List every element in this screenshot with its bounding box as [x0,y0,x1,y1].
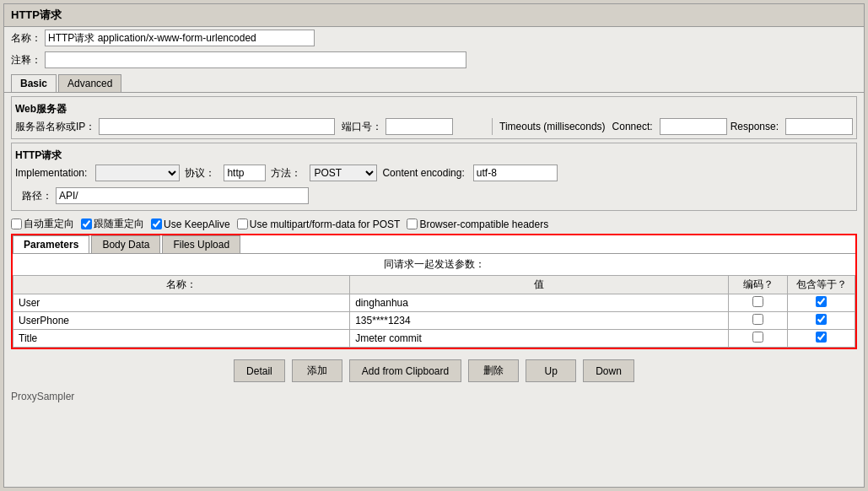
params-tabs-bar: Parameters Body Data Files Upload [13,235,855,254]
bottom-buttons: Detail 添加 Add from Clipboard 删除 Up Down [4,353,864,389]
encode-checkbox[interactable] [752,296,763,307]
table-row: Userdinghanhua [13,294,855,312]
response-label: Response: [731,121,779,132]
web-server-section: Web服务器 服务器名称或IP： 端口号： Timeouts (millisec… [11,96,857,139]
multipart-checkbox[interactable] [237,219,248,229]
path-input[interactable] [56,187,309,204]
param-include[interactable] [788,294,855,312]
param-name: User [13,294,350,312]
web-server-row: 服务器名称或IP： 端口号： Timeouts (milliseconds) C… [15,118,853,135]
param-value: dinghanhua [350,294,729,312]
param-encode[interactable] [729,312,788,330]
name-row: 名称： [4,27,864,49]
include-checkbox[interactable] [816,296,827,307]
tabs-bar: Basic Advanced [4,71,864,93]
delete-button[interactable]: 删除 [468,359,519,382]
tab-files-upload[interactable]: Files Upload [162,235,240,253]
encode-checkbox[interactable] [752,332,763,343]
keep-alive-item: Use KeepAlive [151,219,230,230]
encoding-label: Content encoding: [382,167,464,179]
follow-redirect-checkbox[interactable] [81,219,92,229]
comment-input[interactable] [45,51,466,68]
col-name-header: 名称： [13,276,350,294]
follow-redirect-label: 跟随重定向 [94,217,144,231]
param-name: UserPhone [13,312,350,330]
browser-headers-label: Browser-compatible headers [419,219,548,230]
table-row: UserPhone135****1234 [13,312,855,330]
comment-row: 注释： [4,49,864,71]
web-server-title: Web服务器 [15,100,853,118]
include-checkbox[interactable] [816,332,827,343]
browser-headers-item: Browser-compatible headers [407,219,548,230]
name-input[interactable] [45,30,315,46]
encoding-input[interactable] [473,165,558,181]
col-encode-header: 编码？ [729,276,788,294]
tab-advanced[interactable]: Advanced [58,74,121,92]
main-panel: HTTP请求 名称： 注释： Basic Advanced Web服务器 服务器… [3,3,865,488]
param-name: Title [13,330,350,348]
param-include[interactable] [788,330,855,348]
server-input[interactable] [99,118,335,135]
auto-redirect-label: 自动重定向 [24,217,74,231]
connect-label: Connect: [612,121,653,132]
http-request-section: HTTP请求 Implementation: HttpClient4 Java … [11,143,857,211]
param-encode[interactable] [729,330,788,348]
multipart-item: Use multipart/form-data for POST [237,219,401,230]
keep-alive-checkbox[interactable] [151,219,162,229]
timeouts-section: Timeouts (milliseconds) Connect: Respons… [492,118,853,135]
checkboxes-row: 自动重定向 跟随重定向 Use KeepAlive Use multipart/… [4,214,864,234]
param-encode[interactable] [729,294,788,312]
up-button[interactable]: Up [526,359,576,382]
timeouts-label: Timeouts (milliseconds) [499,121,606,132]
impl-select[interactable]: HttpClient4 Java [95,165,180,181]
http-row: Implementation: HttpClient4 Java 协议： 方法：… [15,165,853,181]
params-panel: Parameters Body Data Files Upload 同请求一起发… [11,234,857,349]
footer-label: ProxySampler [4,389,864,404]
follow-redirect-item: 跟随重定向 [81,217,144,231]
path-label: 路径： [22,189,52,203]
param-value: Jmeter commit [350,330,729,348]
panel-title: HTTP请求 [4,4,864,27]
comment-label: 注释： [11,53,41,67]
multipart-label: Use multipart/form-data for POST [250,219,401,230]
web-server-left: 服务器名称或IP： 端口号： [15,118,487,135]
protocol-label: 协议： [185,166,215,181]
tab-body-data[interactable]: Body Data [91,235,160,253]
add-clipboard-button[interactable]: Add from Clipboard [349,359,461,382]
browser-headers-checkbox[interactable] [407,219,418,229]
tab-basic[interactable]: Basic [11,74,57,92]
add-button[interactable]: 添加 [292,359,342,382]
detail-button[interactable]: Detail [234,359,285,382]
param-include[interactable] [788,312,855,330]
port-label: 端口号： [342,120,382,134]
method-select[interactable]: POST GET PUT DELETE [310,165,377,181]
encode-checkbox[interactable] [752,314,763,325]
server-label: 服务器名称或IP： [15,120,95,134]
table-row: TitleJmeter commit [13,330,855,348]
auto-redirect-checkbox[interactable] [11,219,22,229]
method-label: 方法： [271,166,301,181]
include-checkbox[interactable] [816,314,827,325]
impl-label: Implementation: [15,167,87,179]
connect-input[interactable] [660,118,727,135]
col-value-header: 值 [350,276,729,294]
params-header: 同请求一起发送参数： [13,254,855,275]
response-input[interactable] [785,118,853,135]
name-label: 名称： [11,31,41,46]
col-include-header: 包含等于？ [788,276,855,294]
params-table: 名称： 值 编码？ 包含等于？ UserdinghanhuaUserPhone1… [13,275,855,348]
param-value: 135****1234 [350,312,729,330]
tab-parameters[interactable]: Parameters [13,235,89,253]
path-row: 路径： [15,185,853,207]
http-request-title: HTTP请求 [15,147,853,165]
port-input[interactable] [385,118,453,135]
down-button[interactable]: Down [583,359,634,382]
protocol-input[interactable] [224,165,266,181]
keep-alive-label: Use KeepAlive [164,219,230,230]
auto-redirect-item: 自动重定向 [11,217,74,231]
